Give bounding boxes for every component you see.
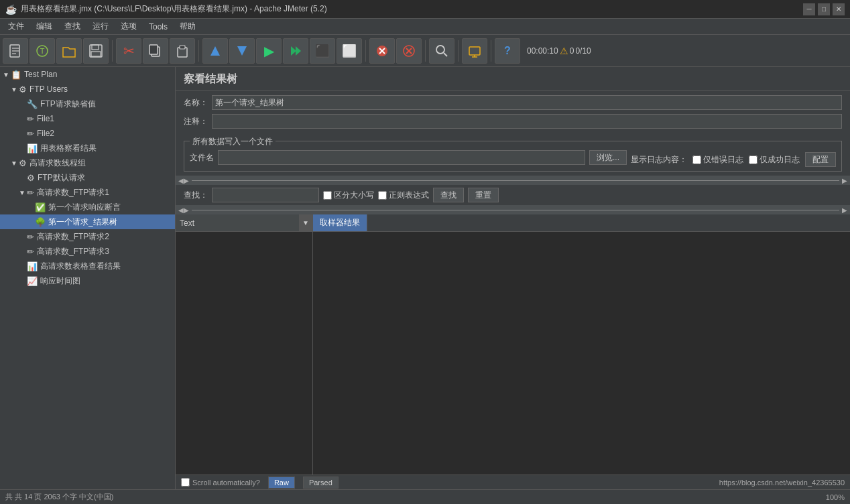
scroll-auto-checkbox[interactable] (181, 478, 190, 487)
menu-help[interactable]: 帮助 (174, 19, 201, 34)
dropdown-arrow[interactable]: ▼ (299, 214, 312, 232)
file-group-legend: 所有数据写入一个文件 (190, 136, 276, 147)
toolbar-counter: 0/10 (575, 46, 591, 56)
title-bar: ☕ 用表格察看结果.jmx (C:\Users\LF\Desktop\用表格察看… (0, 0, 850, 19)
text-dropdown[interactable]: Text ▼ (176, 214, 312, 232)
minimize-button[interactable]: ─ (803, 3, 815, 15)
toolbar-open-btn[interactable] (56, 38, 82, 64)
sidebar-item-ftpusers[interactable]: ▼ ⚙ FTP Users (0, 82, 175, 97)
toolbar-shutdown-btn[interactable]: ⬜ (337, 38, 362, 64)
toolbar-remote-btn[interactable] (462, 38, 487, 64)
success-log-checkbox[interactable] (749, 155, 757, 164)
toolbar-run-no-pause-btn[interactable] (283, 38, 308, 64)
close-button[interactable]: ✕ (833, 3, 845, 15)
error-log-check[interactable]: 仅错误日志 (692, 154, 743, 166)
text-dropdown-value: Text (176, 218, 299, 228)
divider2-arrow-left[interactable]: ◀ (178, 206, 184, 214)
menu-find[interactable]: 查找 (59, 19, 86, 34)
comment-input[interactable] (212, 114, 842, 129)
find-button[interactable]: 查找 (433, 188, 464, 202)
arrow-1: ▼ (11, 86, 19, 93)
sidebar-label-resulttree: 第一个请求_结果树 (48, 216, 117, 228)
sidebar-item-ftpdefreq[interactable]: ⚙ FTP默认请求 (0, 170, 175, 185)
arrow-0: ▼ (3, 71, 11, 78)
toolbar-save-btn[interactable] (83, 38, 109, 64)
filename-input[interactable] (218, 150, 585, 165)
toolbar-run-btn[interactable]: ▶ (256, 38, 282, 64)
scroll-auto-check[interactable]: Scroll automatically? (181, 478, 260, 487)
tab-sampler-result[interactable]: 取样器结果 (313, 214, 367, 231)
divider2-arrow-right2[interactable]: ▶ (842, 206, 847, 214)
case-sensitive-checkbox[interactable] (323, 191, 332, 200)
svg-marker-14 (237, 46, 247, 56)
toolbar-new-btn[interactable] (3, 38, 28, 64)
regex-check[interactable]: 正则表达式 (378, 190, 429, 201)
divider-line (192, 180, 839, 181)
sidebar-item-tableresult[interactable]: 📊 用表格察看结果 (0, 141, 175, 155)
name-row: 名称： (184, 95, 842, 110)
bottom-bar: Scroll automatically? Raw Parsed https:/… (176, 475, 850, 489)
ftpreq2-icon: ✏ (27, 232, 34, 242)
menu-run[interactable]: 运行 (87, 19, 114, 34)
toolbar-collapse-btn[interactable] (229, 38, 255, 64)
results-area: Text ▼ 取样器结果 (176, 214, 850, 475)
menu-tools[interactable]: Tools (143, 21, 173, 33)
maximize-button[interactable]: □ (818, 3, 830, 15)
toolbar-expand-btn[interactable] (202, 38, 228, 64)
sidebar-item-ftpdefault[interactable]: 🔧 FTP请求缺省值 (0, 97, 175, 111)
menu-options[interactable]: 选项 (115, 19, 142, 34)
sidebar-label-hrtableresult: 高请求数表格查看结果 (40, 261, 121, 272)
config-button[interactable]: 配置 (805, 152, 836, 167)
sidebar-label-file2: File2 (37, 129, 54, 138)
toolbar-templates-btn[interactable]: T (29, 38, 55, 64)
browse-button[interactable]: 浏览... (589, 150, 627, 165)
toolbar-copy-btn[interactable] (143, 38, 168, 64)
raw-tab-button[interactable]: Raw (268, 477, 295, 489)
success-log-check[interactable]: 仅成功日志 (749, 154, 800, 166)
error-log-checkbox[interactable] (692, 155, 701, 164)
divider2-arrow-right[interactable]: ▶ (184, 206, 189, 214)
sidebar-item-resulttree[interactable]: 🌳 第一个请求_结果树 (0, 214, 175, 229)
svg-rect-8 (91, 52, 101, 56)
toolbar-paste-btn[interactable] (170, 38, 195, 64)
title-text: 用表格察看结果.jmx (C:\Users\LF\Desktop\用表格察看结果… (21, 3, 799, 15)
toolbar-help-btn[interactable]: ? (495, 38, 520, 64)
toolbar-cut-btn[interactable]: ✂ (116, 38, 141, 64)
file2-icon: ✏ (27, 129, 34, 139)
reset-button[interactable]: 重置 (468, 188, 499, 202)
menu-file[interactable]: 文件 (3, 19, 29, 34)
divider-arrow-right2[interactable]: ▶ (842, 177, 847, 184)
ftpreq1-icon: ✏ (27, 188, 34, 198)
regex-checkbox[interactable] (378, 191, 387, 200)
sidebar-item-ftpreq1[interactable]: ▼ ✏ 高请求数_FTP请求1 (0, 185, 175, 200)
toolbar-clear-btn[interactable] (369, 38, 395, 64)
divider-arrow-right[interactable]: ▶ (184, 177, 189, 184)
name-input[interactable] (212, 95, 842, 110)
sidebar-item-timechart[interactable]: 📈 响应时间图 (0, 273, 175, 288)
status-text: 共 共 14 页 2063 个字 中文(中国) (5, 492, 113, 502)
svg-marker-13 (210, 46, 220, 56)
file1-icon: ✏ (27, 114, 34, 124)
toolbar-clearall-btn[interactable] (396, 38, 422, 64)
sidebar-item-ftpreq3[interactable]: ✏ 高请求数_FTP请求3 (0, 244, 175, 259)
toolbar-search-btn[interactable] (429, 38, 454, 64)
sidebar-item-testplan[interactable]: ▼ 📋 Test Plan (0, 67, 175, 82)
content-panel: 察看结果树 名称： 注释： 所有数据写入一个文件 文件名 浏览... 显示日志内… (176, 67, 850, 489)
status-bar: 共 共 14 页 2063 个字 中文(中国) 100% (0, 489, 850, 504)
toolbar-stop-btn[interactable]: ⬛ (310, 38, 335, 64)
sidebar-item-hrtableresult[interactable]: 📊 高请求数表格查看结果 (0, 259, 175, 273)
divider-arrow-left[interactable]: ◀ (178, 177, 184, 184)
sidebar-item-ftpreq2[interactable]: ✏ 高请求数_FTP请求2 (0, 229, 175, 244)
case-sensitive-check[interactable]: 区分大小写 (323, 190, 374, 201)
sidebar-item-file1[interactable]: ✏ File1 (0, 111, 175, 126)
sidebar-item-file2[interactable]: ✏ File2 (0, 126, 175, 141)
sidebar-label-ftpreq1: 高请求数_FTP请求1 (37, 187, 109, 198)
timer-value: 00:00:10 (527, 46, 558, 56)
ftpreq3-icon: ✏ (27, 247, 34, 257)
sidebar-item-assertion[interactable]: ✅ 第一个请求响应断言 (0, 200, 175, 214)
search-input[interactable] (212, 188, 319, 202)
sidebar-item-highreqgroup[interactable]: ▼ ⚙ 高请求数线程组 (0, 155, 175, 170)
parsed-tab-button[interactable]: Parsed (303, 477, 339, 489)
menu-edit[interactable]: 编辑 (31, 19, 58, 34)
testplan-icon: 📋 (11, 70, 21, 80)
